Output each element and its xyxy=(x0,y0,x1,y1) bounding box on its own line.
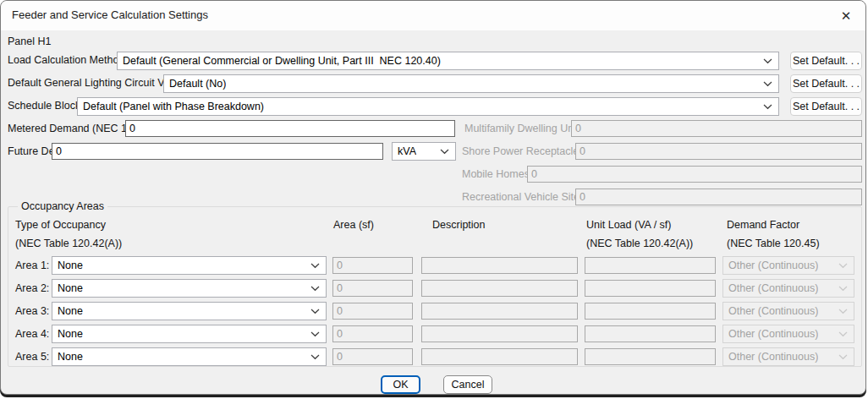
area-3-demand-factor-value: Other (Continuous) xyxy=(728,305,818,317)
feeder-service-settings-dialog: Feeder and Service Calculation Settings … xyxy=(0,0,866,395)
mobile-homes-label: Mobile Homes: xyxy=(462,168,532,180)
chevron-down-icon xyxy=(838,305,848,317)
area-2-type-select[interactable]: None xyxy=(52,279,327,298)
area-3-unit-load-input xyxy=(585,303,716,320)
chevron-down-icon xyxy=(310,351,320,363)
area-5-demand-factor-value: Other (Continuous) xyxy=(728,351,818,363)
area-3-type-value: None xyxy=(58,305,83,317)
area-1-label: Area 1: xyxy=(15,260,49,271)
area-3-type-select[interactable]: None xyxy=(52,302,327,320)
area-4-unit-load-input xyxy=(585,325,716,342)
set-default-lighting-button[interactable]: Set Default. . . xyxy=(790,74,862,93)
ok-button[interactable]: OK xyxy=(381,375,420,394)
area-3-sf-input xyxy=(332,303,413,320)
metered-demand-input[interactable] xyxy=(125,120,455,137)
header-unit-load-nec-table: (NEC Table 120.42(A)) xyxy=(586,238,693,249)
load-calc-method-select[interactable]: Default (General Commercial or Dwelling … xyxy=(117,52,779,70)
area-5-label: Area 5: xyxy=(15,351,49,363)
title-bar: Feeder and Service Calculation Settings … xyxy=(1,1,865,30)
future-demand-unit-select[interactable]: kVA xyxy=(392,142,456,161)
area-1-unit-load-input xyxy=(585,257,716,274)
chevron-down-icon xyxy=(310,305,320,317)
header-unit-load: Unit Load (VA / sf) xyxy=(586,219,672,231)
area-4-demand-factor-value: Other (Continuous) xyxy=(728,328,818,340)
area-5-demand-factor-select: Other (Continuous) xyxy=(722,347,854,366)
header-description: Description xyxy=(432,219,486,231)
shore-power-input xyxy=(575,143,862,160)
chevron-down-icon xyxy=(440,145,449,157)
lighting-circuit-value: Default (No) xyxy=(169,78,226,90)
occupancy-areas-group-title: Occupancy Areas xyxy=(18,200,107,212)
area-2-demand-factor-select: Other (Continuous) xyxy=(722,279,854,298)
area-1-type-value: None xyxy=(58,260,83,271)
header-area-sf: Area (sf) xyxy=(333,219,374,231)
area-1-demand-factor-select: Other (Continuous) xyxy=(722,256,854,275)
chevron-down-icon xyxy=(838,328,848,340)
load-calc-method-value: Default (General Commercial or Dwelling … xyxy=(123,55,441,67)
lighting-circuit-value-label: Default General Lighting Circuit Value: xyxy=(8,77,187,89)
schedule-block-select[interactable]: Default (Panel with Phase Breakdown) xyxy=(77,97,779,116)
area-4-type-value: None xyxy=(58,328,83,340)
area-1-type-select[interactable]: None xyxy=(52,256,327,275)
header-type-of-occupancy: Type of Occupancy xyxy=(15,219,106,231)
area-4-type-select[interactable]: None xyxy=(52,325,327,343)
area-5-description-input xyxy=(421,348,578,365)
load-calc-method-label: Load Calculation Method: xyxy=(8,54,128,66)
chevron-down-icon xyxy=(838,282,848,294)
lighting-circuit-value-select[interactable]: Default (No) xyxy=(163,74,779,93)
area-2-unit-load-input xyxy=(585,280,716,297)
chevron-down-icon xyxy=(310,282,320,294)
close-icon[interactable]: ✕ xyxy=(835,5,857,27)
chevron-down-icon xyxy=(763,78,772,90)
rv-sites-input xyxy=(575,189,862,205)
multifamily-units-label: Multifamily Dwelling Units: xyxy=(464,123,587,134)
area-5-type-value: None xyxy=(58,351,83,363)
area-4-demand-factor-select: Other (Continuous) xyxy=(722,325,854,343)
area-3-label: Area 3: xyxy=(15,305,49,317)
chevron-down-icon xyxy=(838,260,848,271)
set-default-schedule-button[interactable]: Set Default. . . xyxy=(790,97,862,116)
set-default-load-calc-button[interactable]: Set Default. . . xyxy=(790,52,862,70)
area-2-sf-input xyxy=(332,280,413,297)
header-type-nec-table: (NEC Table 120.42(A)) xyxy=(15,238,122,249)
future-demand-input[interactable] xyxy=(52,143,383,160)
mobile-homes-input xyxy=(527,166,862,183)
area-2-description-input xyxy=(421,280,578,297)
dialog-title: Feeder and Service Calculation Settings xyxy=(12,8,208,21)
chevron-down-icon xyxy=(310,260,320,271)
cancel-button[interactable]: Cancel xyxy=(443,375,492,394)
schedule-block-value: Default (Panel with Phase Breakdown) xyxy=(83,101,264,112)
area-1-demand-factor-value: Other (Continuous) xyxy=(728,260,818,271)
area-4-description-input xyxy=(421,325,578,342)
future-demand-unit-value: kVA xyxy=(398,145,416,157)
header-demand-factor: Demand Factor xyxy=(727,219,799,231)
multifamily-units-input xyxy=(571,120,862,137)
area-2-label: Area 2: xyxy=(15,282,49,294)
area-5-sf-input xyxy=(332,348,413,365)
area-1-sf-input xyxy=(332,257,413,274)
area-1-description-input xyxy=(421,257,578,274)
area-3-demand-factor-select: Other (Continuous) xyxy=(722,302,854,320)
area-3-description-input xyxy=(421,303,578,320)
header-demand-nec-table: (NEC Table 120.45) xyxy=(727,238,820,249)
area-2-type-value: None xyxy=(58,282,83,294)
area-2-demand-factor-value: Other (Continuous) xyxy=(728,282,818,294)
chevron-down-icon xyxy=(838,351,848,363)
chevron-down-icon xyxy=(763,55,772,67)
area-4-label: Area 4: xyxy=(15,328,49,340)
shore-power-label: Shore Power Receptacles: xyxy=(462,145,587,157)
area-5-type-select[interactable]: None xyxy=(52,347,327,366)
area-4-sf-input xyxy=(332,325,413,342)
schedule-block-label: Schedule Block: xyxy=(8,100,84,112)
panel-name-label: Panel H1 xyxy=(8,36,51,47)
area-5-unit-load-input xyxy=(585,348,716,365)
rv-sites-label: Recreational Vehicle Sites: xyxy=(462,191,588,203)
chevron-down-icon xyxy=(763,101,772,112)
chevron-down-icon xyxy=(310,328,320,340)
